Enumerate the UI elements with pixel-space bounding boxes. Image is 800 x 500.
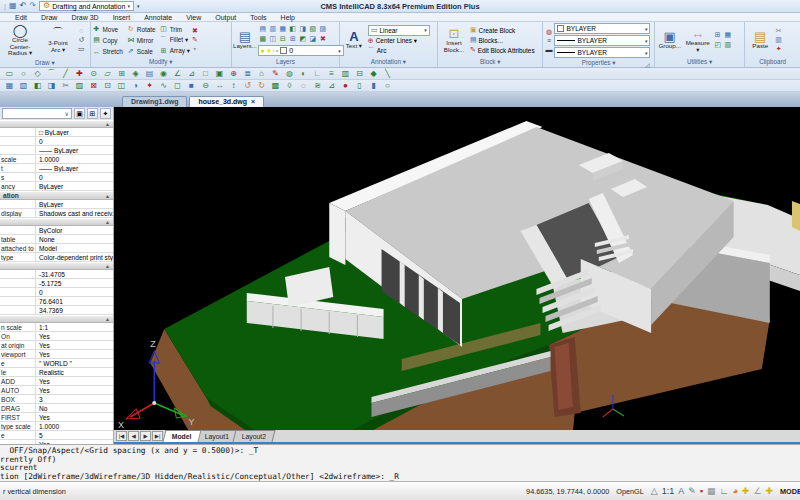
panel-label-draw[interactable]: Draw ▾ <box>2 58 88 68</box>
cad-tool-icon[interactable]: ╲ <box>382 69 393 79</box>
cad-tool-icon[interactable]: ▭ <box>4 69 15 79</box>
modify-side-icon[interactable]: ✎ <box>192 36 198 44</box>
panel-label-clipboard[interactable]: Clipboard <box>747 57 798 67</box>
otrack-icon[interactable]: ✚ <box>765 486 773 496</box>
cad-tool-icon[interactable]: ◈ <box>130 69 141 79</box>
menu-item[interactable]: Draw <box>34 14 64 21</box>
property-row[interactable]: type Color-dependent print style <box>0 253 113 262</box>
menu-item[interactable]: Insert <box>106 14 138 21</box>
properties-tool-icon[interactable]: ◍ <box>545 28 552 36</box>
layer-tool-icon[interactable]: ⊞ <box>288 34 298 44</box>
cad-tool-icon[interactable]: ▥ <box>340 69 351 79</box>
utility-tool-icon[interactable]: ▥ <box>723 40 733 50</box>
model-space-indicator[interactable]: MODEL <box>780 487 800 496</box>
panel-label-utilities[interactable]: Utilities ▾ <box>657 57 743 67</box>
layer-tool-icon[interactable]: ▦ <box>278 24 288 34</box>
measure-button[interactable]: ↔ Measure ▾ <box>685 23 711 57</box>
cad-tool-icon[interactable]: ≋ <box>312 81 323 91</box>
collapse-icon[interactable]: ▲ <box>105 219 110 225</box>
menu-item[interactable]: Annotate <box>137 14 179 21</box>
annotation-arc-button[interactable]: ⌒ Arc <box>368 46 430 56</box>
property-row[interactable]: viewport Yes <box>0 350 113 359</box>
property-row[interactable]: ByColor <box>0 226 113 235</box>
cad-tool-icon[interactable]: ≣ <box>242 69 253 79</box>
polar-icon[interactable]: ∠ <box>753 486 761 496</box>
property-row[interactable]: AUTO Yes <box>0 386 113 395</box>
layer-tool-icon[interactable]: ◧ <box>288 24 298 34</box>
layer-tool-icon[interactable]: ✖ <box>318 34 328 44</box>
draw-tool-icon[interactable]: ◌ <box>78 27 85 35</box>
cad-tool-icon[interactable]: ⊞ <box>116 69 127 79</box>
property-row[interactable]: —— ByLayer <box>0 146 113 155</box>
property-row[interactable]: attached to Model <box>0 244 113 253</box>
cad-tool-icon[interactable]: ⌒ <box>46 69 57 79</box>
tab-nav-last[interactable]: ▶| <box>152 431 163 441</box>
property-row[interactable]: □ ByLayer <box>0 128 113 137</box>
layer-state-icon[interactable]: ● <box>261 47 265 55</box>
paste-button[interactable]: ▤ Paste <box>747 23 773 57</box>
cad-tool-icon[interactable]: ▱ <box>102 69 113 79</box>
insert-block-button[interactable]: ⊡ Insert Block... <box>440 23 468 57</box>
dialog-launcher-icon[interactable]: ◿ <box>645 60 650 70</box>
cad-tool-icon[interactable]: ■ <box>186 81 197 91</box>
utility-tool-icon[interactable]: ◰ <box>713 40 723 50</box>
ortho-icon[interactable]: ∟ <box>720 486 729 496</box>
layer-tool-icon[interactable]: ▥ <box>268 24 278 34</box>
property-row[interactable]: e " WORLD " <box>0 359 113 368</box>
property-row[interactable]: at origin Yes <box>0 341 113 350</box>
cad-tool-icon[interactable]: ▨ <box>74 81 85 91</box>
properties-tool-icon[interactable]: ▬ <box>545 46 552 54</box>
section-header-view[interactable]: ▲ <box>0 262 113 270</box>
menu-item[interactable]: View <box>179 14 208 21</box>
cad-tool-icon[interactable]: ▧ <box>18 81 29 91</box>
collapse-icon[interactable]: ▲ <box>105 121 110 127</box>
draw-tool-icon[interactable]: ↺ <box>78 36 85 44</box>
panel-label-layers[interactable]: Layers <box>234 57 337 67</box>
cad-tool-icon[interactable]: ⊟ <box>354 69 365 79</box>
property-row[interactable]: On Yes <box>0 332 113 341</box>
cad-tool-icon[interactable]: ◑ <box>130 81 141 91</box>
property-row[interactable]: e 5 <box>0 431 113 440</box>
property-row[interactable]: -31.4705 <box>0 270 113 279</box>
section-header-general[interactable]: ▲ <box>0 120 113 128</box>
cad-tool-icon[interactable]: ⊿ <box>186 69 197 79</box>
annotation-visibility-icon[interactable]: △ <box>651 486 658 496</box>
layer-state-icon[interactable]: ☀ <box>266 47 272 55</box>
layer-tool-icon[interactable]: ◩ <box>298 34 308 44</box>
cad-tool-icon[interactable]: ◇ <box>32 69 43 79</box>
collapse-icon[interactable]: ▲ <box>105 263 110 269</box>
property-row[interactable]: display Shadows cast and receiv... <box>0 209 113 218</box>
modify-tool-button[interactable]: ↔ Stretch <box>93 46 123 57</box>
menu-item[interactable]: Help <box>274 14 302 21</box>
cad-tool-icon[interactable]: ▮ <box>368 81 379 91</box>
tab-model[interactable]: Model <box>163 430 202 442</box>
panel-label-block[interactable]: Block ▾ <box>440 57 541 67</box>
snap-icon[interactable]: ✚ <box>742 486 750 496</box>
panel-label-properties[interactable]: Properties ▾ ◿ <box>545 58 651 68</box>
property-row[interactable]: 0 <box>0 137 113 146</box>
modify-tool-button[interactable]: ◫ Trim <box>160 24 190 35</box>
modify-tool-button[interactable]: ▤ Copy <box>93 35 123 46</box>
grid-icon[interactable]: ▦ <box>707 486 716 496</box>
group-button[interactable]: ▣ Group... <box>657 23 683 57</box>
modify-side-icon[interactable]: ✖ <box>192 27 198 35</box>
layers-button[interactable]: ▤ Layers... <box>234 23 256 57</box>
property-row[interactable]: ByLayer <box>0 200 113 209</box>
draw-tool-icon[interactable]: ▭ <box>78 45 85 53</box>
doc-tab-drawing1[interactable]: Drawing1.dwg <box>122 96 187 107</box>
property-row[interactable]: -5.1725 <box>0 279 113 288</box>
property-row[interactable]: BOX 3 <box>0 395 113 404</box>
cad-tool-icon[interactable]: ◻ <box>172 81 183 91</box>
layer-tool-icon[interactable]: ◫ <box>268 34 278 44</box>
property-row[interactable]: table None <box>0 235 113 244</box>
cad-tool-icon[interactable]: ✚ <box>74 69 85 79</box>
cad-tool-icon[interactable]: ↔ <box>214 81 225 91</box>
cad-tool-icon[interactable]: ✎ <box>270 69 281 79</box>
collapse-icon[interactable]: ▲ <box>105 316 110 322</box>
cad-tool-icon[interactable]: ● <box>340 81 351 91</box>
cad-tool-icon[interactable]: ○ <box>382 81 393 91</box>
cad-tool-icon[interactable]: ✦ <box>144 81 155 91</box>
cad-tool-icon[interactable]: ◌ <box>298 81 309 91</box>
model-viewport[interactable]: Z X Y <box>114 107 800 430</box>
cad-tool-icon[interactable]: ⊕ <box>228 69 239 79</box>
